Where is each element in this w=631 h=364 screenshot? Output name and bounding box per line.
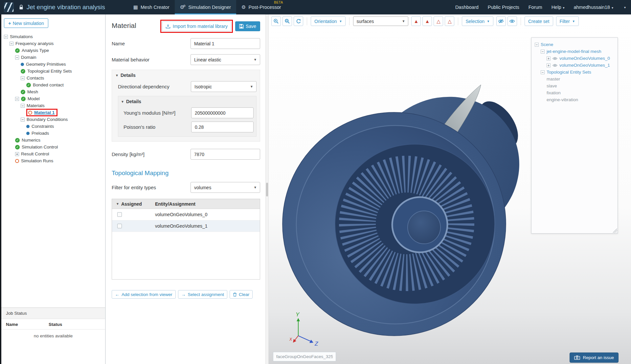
expand-icon[interactable]: +: [547, 63, 551, 67]
tree-item-model[interactable]: −✓Model: [1, 95, 105, 102]
visibility-eye-icon[interactable]: [552, 57, 557, 60]
clear-button[interactable]: Clear: [230, 290, 253, 299]
assignment-actions: ←Add selection from viewer →Select assig…: [112, 290, 260, 299]
tree-item-mesh[interactable]: ✓Mesh: [1, 88, 105, 95]
tree-item-label: Boundary Conditions: [27, 117, 68, 122]
scene-item-label: volumeOnGeoVolumes_1: [559, 63, 610, 68]
tree-item-simulation-runs[interactable]: Simulation Runs: [1, 157, 105, 164]
tree-item-material-1[interactable]: Material 1: [1, 109, 105, 116]
new-simulation-button[interactable]: +New simulation: [4, 18, 48, 28]
tab-post-processor[interactable]: BETA ⚙ Post-Processor: [236, 0, 286, 14]
collapse-icon[interactable]: −: [15, 56, 19, 59]
tab-simulation-designer[interactable]: ⚙⚙ Simulation Designer: [175, 0, 236, 14]
report-issue-button[interactable]: Report an issue: [570, 353, 619, 363]
collapse-icon[interactable]: −: [541, 50, 545, 54]
tree-item-preloads[interactable]: Preloads: [1, 130, 105, 137]
filter-dropdown[interactable]: Filter▼: [556, 16, 579, 26]
tree-item-domain[interactable]: −Domain: [1, 54, 105, 61]
user-menu[interactable]: ahmedhussain18▾: [574, 5, 613, 10]
clip-plane-x-button[interactable]: ▲: [411, 16, 421, 26]
collapse-icon[interactable]: −: [21, 104, 25, 108]
hide-selected-button[interactable]: [496, 16, 506, 26]
collapse-icon[interactable]: −: [535, 43, 539, 47]
tree-item-simulation-control[interactable]: ✓Simulation Control: [1, 144, 105, 150]
fit-view-button[interactable]: [282, 16, 292, 26]
tree-item-result-control[interactable]: +Result Control: [1, 150, 105, 157]
collapse-icon[interactable]: −: [541, 70, 545, 74]
collapse-icon[interactable]: −: [15, 97, 19, 101]
tree-item-contacts[interactable]: −Contacts: [1, 75, 105, 81]
tutorial-annotation-box: Import from material library: [160, 20, 233, 33]
collapse-caret-icon[interactable]: ▼: [121, 100, 124, 103]
nav-forum[interactable]: Forum: [529, 5, 542, 10]
clip-plane-reset-button[interactable]: △: [445, 16, 454, 26]
tree-item-analysis-type[interactable]: ✓Analysis Type: [1, 47, 105, 54]
tree-item-numerics[interactable]: ✓Numerics: [1, 137, 105, 144]
scene-tree-item-volumeongeovolumes-1[interactable]: +volumeOnGeoVolumes_1: [531, 62, 618, 69]
tree-item-topological-entity-sets[interactable]: ✓Topological Entity Sets: [1, 68, 105, 75]
collapse-icon[interactable]: −: [21, 76, 25, 80]
assignment-row[interactable]: volumeOnGeoVolumes_1: [112, 220, 260, 232]
tree-item-simulations[interactable]: −Simulations: [1, 33, 105, 40]
nav-dashboard[interactable]: Dashboard: [455, 5, 479, 10]
directional-dependency-select[interactable]: Isotropic ▼: [191, 81, 257, 92]
assignment-row[interactable]: volumeOnGeoVolumes_0: [112, 209, 260, 220]
selection-dropdown[interactable]: Selection▼: [462, 16, 493, 26]
topbar-collapse-chevron-icon[interactable]: ▾: [624, 6, 626, 9]
render-mode-select[interactable]: surfaces ▼: [353, 16, 408, 26]
scene-tree-item-volumeongeovolumes-0[interactable]: +volumeOnGeoVolumes_0: [531, 55, 618, 62]
material-behavior-select[interactable]: Linear elastic ▼: [191, 54, 260, 65]
simscale-logo[interactable]: [4, 2, 14, 12]
scene-tree-item-topological-entity-sets[interactable]: −Topological Entity Sets: [531, 69, 618, 76]
scene-tree-item-fixation[interactable]: fixation: [531, 89, 618, 96]
youngs-modulus-input[interactable]: [191, 107, 254, 118]
expand-icon[interactable]: +: [547, 57, 551, 60]
chevron-down-icon: ▼: [487, 20, 490, 23]
nav-help-menu[interactable]: Help▾: [552, 5, 565, 10]
material-name-input[interactable]: [191, 38, 260, 49]
save-button[interactable]: Save: [235, 21, 260, 31]
orientation-dropdown[interactable]: Orientation▼: [311, 16, 346, 26]
collapse-icon[interactable]: −: [4, 35, 8, 39]
add-selection-from-viewer-button[interactable]: ←Add selection from viewer: [112, 290, 176, 299]
create-set-button[interactable]: Create set: [525, 16, 553, 26]
scene-tree-item-engine-vibration[interactable]: engine-vibration: [531, 96, 618, 103]
resize-handle-icon[interactable]: [613, 229, 617, 233]
entity-type-filter-select[interactable]: volumes ▼: [191, 182, 260, 193]
refresh-view-button[interactable]: [294, 16, 303, 26]
assignment-checkbox[interactable]: [117, 224, 122, 228]
face-group-input[interactable]: [273, 352, 336, 361]
collapse-caret-icon[interactable]: ▼: [115, 74, 119, 77]
scene-tree-item-jet-engine-model-final-mesh[interactable]: −jet-engine-model-final mesh: [531, 48, 618, 55]
scrollbar-thumb[interactable]: [266, 183, 268, 196]
show-all-button[interactable]: [507, 16, 517, 26]
scene-tree-item-slave[interactable]: slave: [531, 82, 618, 89]
density-input[interactable]: [191, 149, 260, 160]
sort-caret-icon[interactable]: ▼: [116, 202, 119, 206]
collapse-icon[interactable]: −: [10, 42, 13, 46]
clip-plane-y-button[interactable]: ▲: [422, 16, 432, 26]
zoom-in-button[interactable]: [271, 16, 281, 26]
panel-scrollbar[interactable]: [265, 14, 269, 364]
tree-item-constraints[interactable]: Constraints: [1, 123, 105, 130]
tree-item-materials[interactable]: −Materials: [1, 102, 105, 109]
tree-item-boundary-conditions[interactable]: −Boundary Conditions: [1, 116, 105, 123]
poissons-ratio-input[interactable]: [191, 122, 254, 132]
viewer-3d[interactable]: Y Z X Orientation▼ surfaces: [269, 14, 631, 364]
scene-tree-item-master[interactable]: master: [531, 76, 618, 82]
import-material-library-button[interactable]: Import from material library: [162, 21, 231, 31]
select-assignment-button[interactable]: →Select assignment: [178, 290, 227, 299]
tree-item-geometry-primitives[interactable]: Geometry Primitives: [1, 61, 105, 68]
clip-plane-z-button[interactable]: △: [434, 16, 443, 26]
nav-public-projects[interactable]: Public Projects: [488, 5, 519, 10]
assignment-checkbox[interactable]: [117, 212, 122, 217]
tree-item-frequency-analysis[interactable]: −Frequency analysis: [1, 40, 105, 47]
tree-item-bonded-contact[interactable]: ✓Bonded contact: [1, 81, 105, 88]
visibility-eye-icon[interactable]: [552, 64, 557, 67]
scene-tree-item-scene[interactable]: −Scene: [531, 41, 618, 48]
jet-engine-model[interactable]: [282, 70, 546, 336]
selected-value: Linear elastic: [194, 57, 221, 62]
collapse-icon[interactable]: −: [21, 118, 25, 122]
expand-icon[interactable]: +: [15, 152, 19, 156]
tab-mesh-creator[interactable]: ▦ Mesh Creator: [128, 0, 175, 14]
